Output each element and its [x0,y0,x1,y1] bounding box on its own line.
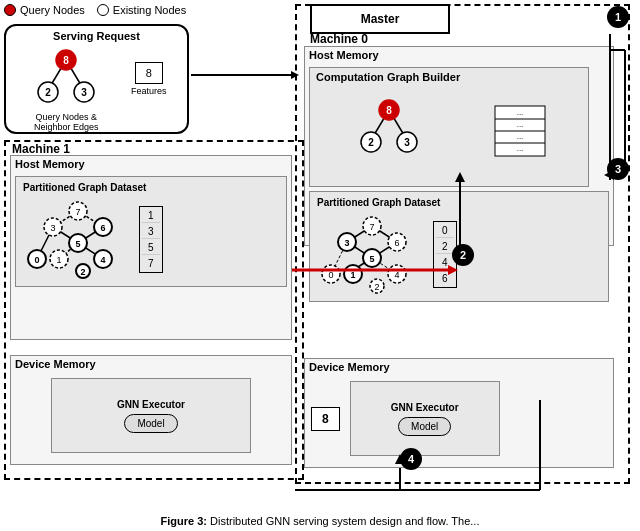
caption-bold: Figure 3: [161,515,207,527]
svg-text:5: 5 [369,254,374,264]
step-badge-2: 2 [452,244,474,266]
cgb-content: 8 2 3 ... ... ... ... [310,86,588,176]
svg-text:3: 3 [82,87,88,98]
query-nodes-legend: Query Nodes [4,4,85,16]
gnn-executor-m0: GNN Executor Model [350,381,500,456]
device-memory-m0: Device Memory 8 GNN Executor Model [304,358,614,468]
serving-graph-label: Query Nodes &Neighbor Edges [26,112,106,132]
pgd-m1-graph-svg: 7 6 3 5 4 0 [23,199,133,279]
svg-text:6: 6 [394,238,399,248]
features-value: 8 [146,67,152,79]
serving-graph-svg: 8 2 3 [26,46,106,111]
dm0-content: 8 GNN Executor Model [305,375,613,462]
svg-text:8: 8 [386,105,392,116]
svg-text:2: 2 [368,137,374,148]
device-memory-m1-label: Device Memory [11,356,291,372]
features-label: Features [131,86,167,96]
svg-text:3: 3 [344,238,349,248]
pgd-m1-title: Partitioned Graph Dataset [19,180,283,195]
step-badge-3: 3 [607,158,629,180]
pgd-m1-content: 7 6 3 5 4 0 [19,195,283,283]
dm1-content: GNN Executor Model [11,372,291,459]
serving-features: 8 Features [131,62,167,96]
features-box: 8 [135,62,163,84]
svg-text:0: 0 [328,270,333,280]
pgd-m0-title: Partitioned Graph Dataset [313,195,605,210]
host-memory-m1: Host Memory Partitioned Graph Dataset 7 [10,155,292,340]
serving-graph: 8 2 3 Query Nodes &Neighbor Edges [26,46,106,111]
step-badge-1: 1 [607,6,629,28]
query-nodes-label: Query Nodes [20,4,85,16]
svg-text:...: ... [516,132,523,141]
machine1-label: Machine 1 [12,142,70,156]
svg-text:2: 2 [46,87,52,98]
svg-text:0: 0 [34,255,39,265]
svg-text:...: ... [516,108,523,117]
svg-text:...: ... [516,144,523,153]
svg-text:1: 1 [350,270,355,280]
step-badge-4: 4 [400,448,422,470]
serving-request-box: Serving Request 8 2 3 Quer [4,24,189,134]
pgd-m1: Partitioned Graph Dataset 7 6 [15,176,287,287]
gnn-executor-m1: GNN Executor Model [51,378,251,453]
cgb-graph-svg: 8 2 3 [349,96,429,166]
svg-text:4: 4 [394,270,399,280]
svg-text:2: 2 [374,282,379,292]
device-memory-m1: Device Memory GNN Executor Model [10,355,292,465]
legend: Query Nodes Existing Nodes [4,4,186,16]
svg-text:6: 6 [100,223,105,233]
svg-text:3: 3 [404,137,410,148]
svg-text:4: 4 [100,255,105,265]
existing-nodes-legend: Existing Nodes [97,4,186,16]
caption-text: Distributed GNN serving system design an… [210,515,479,527]
existing-node-icon [97,4,109,16]
model-pill-m0: Model [398,417,451,436]
caption: Figure 3: Distributed GNN serving system… [4,515,636,527]
cgb-box: Computation Graph Builder 8 2 3 [309,67,589,187]
machine0-label: Machine 0 [310,32,368,46]
cgb-title: Computation Graph Builder [310,68,588,86]
host-memory-m1-label: Host Memory [11,156,291,172]
serving-content: 8 2 3 Query Nodes &Neighbor Edges 8 Feat… [14,46,179,111]
serving-title: Serving Request [14,30,179,42]
svg-text:8: 8 [64,55,70,66]
feature-table-m1: 1 3 5 7 [139,206,163,273]
device-memory-m0-label: Device Memory [305,359,613,375]
model-pill-m1: Model [124,414,177,433]
gnn-title-m1: GNN Executor [117,399,185,410]
cgb-table-svg: ... ... ... ... [490,101,550,161]
svg-text:2: 2 [80,267,85,277]
pgd-m0-graph-svg: 7 6 3 5 4 0 [317,214,427,294]
result-node-8: 8 [311,407,340,431]
svg-text:...: ... [516,120,523,129]
query-node-icon [4,4,16,16]
main-container: Query Nodes Existing Nodes Serving Reque… [0,0,640,531]
svg-text:7: 7 [75,207,80,217]
host-memory-m0-label: Host Memory [305,47,613,63]
existing-nodes-label: Existing Nodes [113,4,186,16]
host-memory-m0: Host Memory Computation Graph Builder 8 … [304,46,614,246]
gnn-title-m0: GNN Executor [391,402,459,413]
svg-text:1: 1 [56,255,61,265]
svg-text:3: 3 [50,223,55,233]
svg-text:7: 7 [369,222,374,232]
svg-text:5: 5 [75,239,80,249]
